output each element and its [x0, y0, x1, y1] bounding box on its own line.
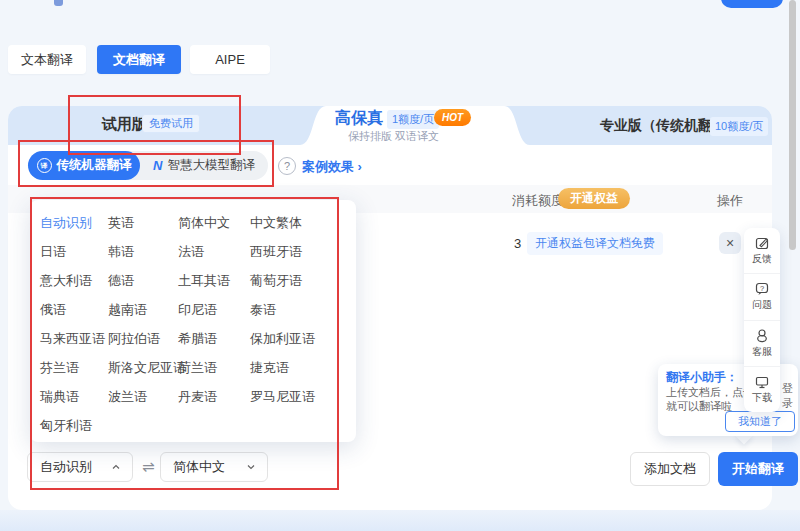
language-option[interactable]: 印尼语: [178, 301, 250, 319]
machine-translate-icon: 译: [37, 158, 52, 173]
case-effect-link[interactable]: 案例效果 ›: [302, 158, 362, 176]
benefit-package-link[interactable]: 开通权益包译文档免费: [527, 232, 663, 255]
cropped-top-right-button[interactable]: [721, 0, 783, 8]
plan-hifi-name[interactable]: 高保真: [335, 108, 383, 129]
language-option[interactable]: 丹麦语: [178, 388, 250, 406]
vertical-scrollbar[interactable]: [789, 0, 796, 250]
tooltip-line2: 就可以翻译啦: [666, 399, 732, 414]
sidebar-item-feedback[interactable]: 反馈: [744, 228, 780, 273]
activate-benefit-button[interactable]: 开通权益: [558, 188, 630, 209]
language-option[interactable]: 保加利亚语: [250, 330, 356, 348]
language-grid: 自动识别 英语 简体中文 中文繁体 日语 韩语 法语 西班牙语 意大利语 德语 …: [40, 208, 356, 440]
language-option[interactable]: 荷兰语: [178, 359, 250, 377]
monitor-download-icon: [754, 374, 770, 390]
sidebar-item-label: 客服: [752, 345, 772, 359]
source-language-select[interactable]: 自动识别: [27, 452, 133, 482]
feedback-edit-icon: [754, 235, 770, 251]
language-option[interactable]: 越南语: [108, 301, 178, 319]
language-option[interactable]: 英语: [108, 214, 178, 232]
start-translate-button[interactable]: 开始翻译: [718, 452, 798, 486]
language-option[interactable]: 匈牙利语: [40, 417, 108, 435]
svg-text:?: ?: [760, 284, 764, 293]
got-it-button[interactable]: 我知道了: [725, 411, 795, 432]
page-footer-background: [0, 510, 800, 531]
language-option[interactable]: 葡萄牙语: [250, 272, 356, 290]
column-operation: 操作: [717, 192, 743, 210]
language-option[interactable]: 罗马尼亚语: [250, 388, 356, 406]
swap-languages-icon[interactable]: ⇌: [142, 458, 155, 476]
plan-trial-name[interactable]: 试用版: [102, 115, 147, 134]
language-option[interactable]: 意大利语: [40, 272, 108, 290]
chevron-up-icon: [110, 461, 122, 473]
toggle-llm-label: 智慧大模型翻译: [167, 157, 255, 174]
sidebar-item-download[interactable]: 下载: [744, 366, 780, 412]
hot-badge: HOT: [434, 109, 471, 126]
column-consume-quota: 消耗额度: [512, 192, 564, 210]
language-option[interactable]: 捷克语: [250, 359, 356, 377]
language-dropdown-panel: 自动识别 英语 简体中文 中文繁体 日语 韩语 法语 西班牙语 意大利语 德语 …: [30, 200, 356, 442]
language-option[interactable]: 西班牙语: [250, 243, 356, 261]
llm-model-icon: N: [153, 158, 162, 173]
cropped-logo-fragment: [54, 0, 63, 6]
language-option[interactable]: 芬兰语: [40, 359, 108, 377]
language-option[interactable]: 日语: [40, 243, 108, 261]
language-option[interactable]: 斯洛文尼亚语: [108, 359, 178, 377]
tab-document-translate[interactable]: 文档翻译: [97, 45, 181, 74]
row-quota-value: 3: [514, 236, 521, 251]
chevron-down-icon: [245, 461, 257, 473]
sidebar-item-customer-service[interactable]: 客服: [744, 320, 780, 366]
partial-login-text: 登录: [782, 381, 798, 411]
language-option[interactable]: 泰语: [250, 301, 356, 319]
remove-document-button[interactable]: ×: [719, 232, 741, 254]
tooltip-title: 翻译小助手：: [666, 369, 738, 386]
add-document-button[interactable]: 添加文档: [630, 452, 710, 486]
plan-hifi-description: 保持排版 双语译文: [348, 129, 439, 144]
toggle-llm-mt[interactable]: N 智慧大模型翻译: [140, 151, 268, 180]
help-question-icon[interactable]: ?: [278, 157, 296, 175]
sidebar-item-label: 反馈: [752, 252, 772, 266]
language-option[interactable]: 法语: [178, 243, 250, 261]
toggle-traditional-label: 传统机器翻译: [57, 157, 132, 174]
language-option[interactable]: 自动识别: [40, 214, 108, 232]
language-option[interactable]: 中文繁体: [250, 214, 356, 232]
document-translate-page: 文本翻译 文档翻译 AIPE 试用版 免费试用 高保真 1额度/页 HOT 保持…: [0, 0, 800, 531]
engine-toggle: 译 传统机器翻译 N 智慧大模型翻译: [28, 151, 268, 180]
language-option[interactable]: 瑞典语: [40, 388, 108, 406]
source-language-value: 自动识别: [40, 458, 92, 476]
target-language-value: 简体中文: [173, 458, 225, 476]
language-option[interactable]: 马来西亚语: [40, 330, 108, 348]
sidebar-item-label: 下载: [752, 391, 772, 405]
language-option[interactable]: 简体中文: [178, 214, 250, 232]
language-option[interactable]: 俄语: [40, 301, 108, 319]
language-option[interactable]: 波兰语: [108, 388, 178, 406]
plan-trial-badge: 免费试用: [142, 114, 200, 133]
tab-aipe[interactable]: AIPE: [190, 45, 270, 74]
sidebar-item-question[interactable]: ? 问题: [744, 273, 780, 319]
language-option[interactable]: 阿拉伯语: [108, 330, 178, 348]
tab-text-translate[interactable]: 文本翻译: [8, 45, 86, 74]
plan-hifi-quota-badge: 1额度/页: [387, 110, 439, 129]
question-bubble-icon: ?: [754, 281, 770, 297]
language-option[interactable]: 德语: [108, 272, 178, 290]
plan-pro-name[interactable]: 专业版（传统机翻）: [600, 117, 726, 135]
target-language-select[interactable]: 简体中文: [160, 452, 268, 482]
language-option[interactable]: 韩语: [108, 243, 178, 261]
qq-penguin-icon: [754, 328, 770, 344]
floating-toolbar: 反馈 ? 问题 客服 下载: [744, 228, 780, 412]
toggle-traditional-mt[interactable]: 译 传统机器翻译: [28, 151, 140, 180]
sidebar-item-label: 问题: [752, 298, 772, 312]
language-option[interactable]: 土耳其语: [178, 272, 250, 290]
plan-pro-quota-badge: 10额度/页: [710, 117, 768, 136]
language-option[interactable]: 希腊语: [178, 330, 250, 348]
